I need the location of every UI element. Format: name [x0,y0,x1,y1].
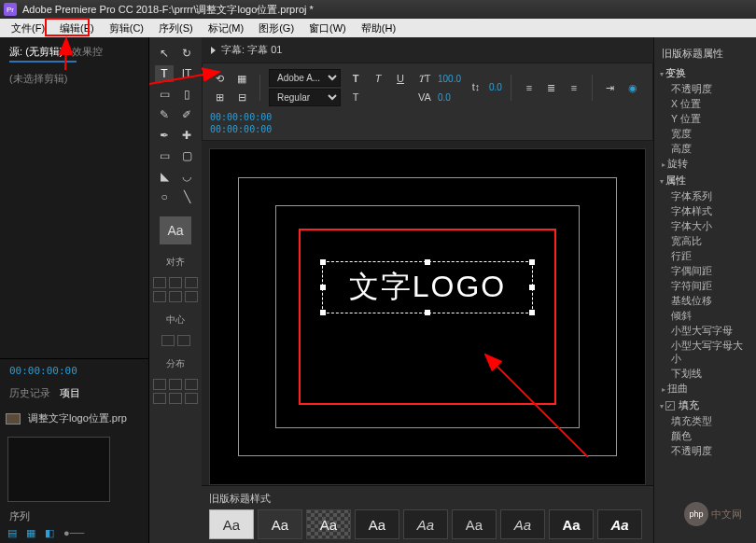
list-view-icon[interactable]: ▤ [7,527,17,539]
handle-tc[interactable] [425,259,430,265]
font-weight-select[interactable]: Regular [269,89,341,106]
distribute-3-icon[interactable] [185,379,198,390]
tab-stops-icon[interactable]: ⇥ [601,79,620,96]
logo-text[interactable]: 文字LOGO [349,267,506,308]
prop-transform-3[interactable]: 宽度 [660,127,750,142]
prop-properties-8[interactable]: 倾斜 [660,309,750,324]
prop-fill-2[interactable]: 不透明度 [660,444,750,459]
handle-rc[interactable] [529,285,535,290]
rounded-rect-tool-icon[interactable]: ▢ [177,147,196,164]
prop-distort[interactable]: 扭曲 [660,382,750,397]
add-anchor-tool-icon[interactable]: ✚ [177,127,196,144]
style-swatch-6[interactable]: Aa [500,509,545,539]
align-hcenter-icon[interactable] [169,277,182,288]
align-center-text-icon[interactable]: ≣ [542,79,561,96]
distribute-1-icon[interactable] [153,379,166,390]
menu-help[interactable]: 帮助(H) [354,20,403,37]
distribute-6-icon[interactable] [185,393,198,404]
rectangle-tool-icon[interactable]: ▭ [155,147,174,164]
prop-properties-0[interactable]: 字体系列 [660,189,750,204]
area-type-tool-icon[interactable]: ▭ [155,86,174,103]
distribute-4-icon[interactable] [153,393,166,404]
align-top-icon[interactable] [153,291,166,302]
handle-tr[interactable] [529,259,535,265]
tab-effect-controls[interactable]: 效果控 [72,45,103,59]
distribute-5-icon[interactable] [169,393,182,404]
handle-bc[interactable] [425,310,430,315]
prop-transform-2[interactable]: Y 位置 [660,112,750,127]
show-video-icon[interactable]: ◉ [623,79,642,96]
timecode-a[interactable]: 00:00:00:00 [210,112,272,122]
prop-properties-9[interactable]: 小型大写字母 [660,324,750,339]
fill-checkbox[interactable] [665,401,675,411]
project-item-row[interactable]: 调整文字logo位置.prp [0,408,148,429]
menu-edit[interactable]: 编辑(E) [52,20,102,37]
kerning-value[interactable]: 0.0 [438,92,451,103]
handle-bl[interactable] [320,310,326,315]
pen-tool-icon[interactable]: ✒ [155,127,174,144]
style-swatch-4[interactable]: Aa [403,509,448,539]
menu-mark[interactable]: 标记(M) [201,20,252,37]
timecode-b[interactable]: 00:00:00:00 [210,124,272,134]
path-type-tool-icon[interactable]: ✎ [155,106,174,123]
prop-fill-1[interactable]: 颜色 [660,429,750,444]
menu-clip[interactable]: 剪辑(C) [102,20,151,37]
sequence-thumbnail[interactable] [7,437,110,502]
style-swatch-8[interactable]: Aa [597,509,642,539]
prop-properties-3[interactable]: 宽高比 [660,234,750,249]
prop-transform-1[interactable]: X 位置 [660,97,750,112]
prop-properties-11[interactable]: 下划线 [660,367,750,382]
icon-view-icon[interactable]: ▦ [26,527,35,539]
title-canvas[interactable]: 文字LOGO [209,148,646,485]
vertical-area-type-tool-icon[interactable]: ▯ [177,86,196,103]
handle-tl[interactable] [320,259,326,265]
style-swatch-1[interactable]: Aa [258,509,302,539]
prop-fill-0[interactable]: 填充类型 [660,414,750,429]
line-tool-icon[interactable]: ╲ [177,188,196,205]
align-vcenter-icon[interactable] [169,291,182,302]
title-panel-tab[interactable]: 字幕: 字幕 01 [202,37,653,63]
roll-crawl-icon[interactable]: ⟲ [210,70,229,87]
menu-window[interactable]: 窗口(W) [301,20,354,37]
ellipse-tool-icon[interactable]: ○ [155,188,174,205]
tab-source[interactable]: 源: (无剪辑) [9,45,63,59]
menu-sequence[interactable]: 序列(S) [151,20,201,37]
align-left-text-icon[interactable]: ≡ [520,79,539,96]
style-swatch-3[interactable]: Aa [355,509,399,539]
underline-icon[interactable]: U [391,70,410,87]
bold-icon[interactable]: T [346,70,365,87]
align-right-text-icon[interactable]: ≡ [565,79,583,96]
arc-tool-icon[interactable]: ◡ [177,168,196,185]
align-right-icon[interactable] [185,277,198,288]
leading-value[interactable]: 0.0 [489,82,502,92]
handle-lc[interactable] [320,285,326,290]
group-fill[interactable]: 填充 [660,397,750,414]
style-swatch-5[interactable]: Aa [452,509,497,539]
handle-br[interactable] [529,310,535,315]
new-title-icon[interactable]: ⊞ [210,89,229,105]
selection-tool-icon[interactable]: ↖ [155,45,174,62]
template-icon[interactable]: ▦ [232,70,251,87]
prop-properties-5[interactable]: 字偶间距 [660,264,750,279]
tab-project[interactable]: 项目 [60,386,80,400]
distribute-2-icon[interactable] [169,379,182,390]
style-swatch-0[interactable]: Aa [209,509,254,539]
style-preview[interactable]: Aa [160,216,191,244]
prop-properties-2[interactable]: 字体大小 [660,219,750,234]
group-properties[interactable]: 属性 [660,172,750,189]
link-icon[interactable]: ⊟ [232,89,251,105]
wedge-tool-icon[interactable]: ◣ [155,168,174,185]
menu-file[interactable]: 文件(F) [4,20,52,37]
prop-transform-0[interactable]: 不透明度 [660,82,750,97]
type-tool-icon[interactable]: T [155,65,174,82]
style-swatch-7[interactable]: Aa [549,509,594,539]
center-h-icon[interactable] [161,335,175,346]
prop-properties-6[interactable]: 字符间距 [660,279,750,294]
menu-graphics[interactable]: 图形(G) [251,20,301,37]
style-swatch-2[interactable]: Aa [306,509,351,539]
prop-rotation[interactable]: 旋转 [660,157,750,172]
prop-properties-4[interactable]: 行距 [660,249,750,264]
rotate-tool-icon[interactable]: ↻ [177,45,196,62]
vertical-type-tool-icon[interactable]: IT [177,65,196,82]
group-transform[interactable]: 变换 [660,64,750,82]
